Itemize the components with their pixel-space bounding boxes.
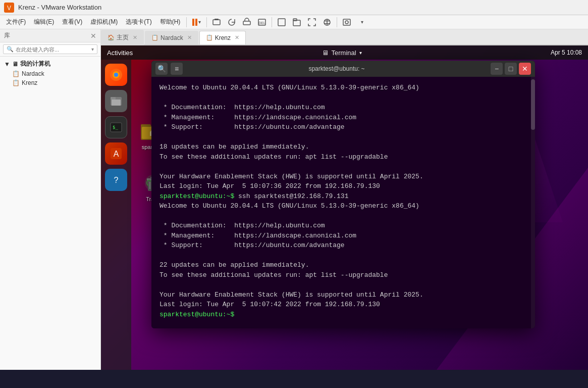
sidebar-header: 库 ✕ (0, 29, 100, 42)
activities-label[interactable]: Activities (107, 49, 133, 57)
ubuntu-topbar: Activities 🖥 Terminal ▾ Apr 5 10:08 (101, 45, 588, 60)
svg-text:V: V (7, 5, 11, 12)
terminal-line-blank2 (159, 132, 527, 142)
my-computer-label: 我的计算机 (20, 60, 50, 68)
app-icon: V (4, 3, 14, 13)
terminal-menu-label[interactable]: Terminal (332, 49, 356, 57)
terminal-line-hwe1: Your Hardware Enablement Stack (HWE) is … (159, 172, 527, 182)
sidebar: 库 ✕ 🔍 ▾ ▼ 🖥 我的计算机 📋 Nardack 📋 Krenz (0, 29, 101, 370)
dropdown-button[interactable]: ▾ (354, 15, 369, 29)
terminal-scrollbar-thumb (531, 79, 535, 130)
terminal-line-mgmt2: * Management: https://landscape.canonica… (159, 231, 527, 241)
tab-krenz[interactable]: 📋 Krenz ✕ (199, 31, 246, 44)
terminal-line-updates3: 22 updates can be applied immediately. (159, 260, 527, 270)
tab-nardack-label: Nardack (161, 34, 183, 41)
pause-button[interactable]: ▾ (189, 15, 204, 29)
computer-icon: 🖥 (12, 61, 18, 68)
settings-button[interactable] (339, 15, 354, 29)
menu-tabs[interactable]: 选项卡(T) (122, 17, 155, 27)
terminal-menu-button[interactable]: ≡ (171, 63, 183, 75)
menubar: 文件(F) 编辑(E) 查看(V) 虚拟机(M) 选项卡(T) 帮助(H) ▾ … (0, 15, 588, 29)
terminal-search-button[interactable]: 🔍 (155, 63, 168, 75)
terminal-minimize-button[interactable]: − (491, 63, 503, 75)
window-title: Krenz - VMware Workstation (18, 4, 101, 11)
clock: Apr 5 10:08 (551, 49, 582, 56)
nardack-label: Nardack (22, 70, 44, 77)
terminal-line-mgmt: * Management: https://landscape.canonica… (159, 113, 527, 123)
svg-rect-3 (215, 19, 219, 20)
terminal-close-button[interactable]: ✕ (519, 63, 531, 75)
vm-icon-2: 📋 (12, 79, 20, 86)
terminal-line-doc: * Documentation: https://help.ubuntu.com (159, 103, 527, 113)
svg-text:?: ? (114, 176, 119, 184)
revert-button[interactable] (224, 15, 239, 29)
menu-view[interactable]: 查看(V) (58, 17, 86, 27)
unity-button[interactable] (319, 15, 335, 29)
tab-nardack[interactable]: 📋 Nardack ✕ (145, 31, 198, 44)
terminal-line-blank3 (159, 162, 527, 172)
svg-rect-9 (293, 19, 297, 21)
separator3 (272, 17, 272, 27)
sidebar-item-krenz[interactable]: 📋 Krenz (0, 78, 100, 87)
search-dropdown-icon[interactable]: ▾ (91, 46, 94, 52)
terminal-maximize-button[interactable]: □ (505, 63, 517, 75)
svg-rect-7 (278, 19, 285, 26)
dock-files[interactable] (105, 90, 127, 112)
terminal-line-sup2: * Support: https://ubuntu.com/advantage (159, 240, 527, 251)
pause-dropdown-icon: ▾ (198, 19, 201, 25)
sidebar-search-box[interactable]: 🔍 ▾ (3, 44, 97, 54)
sidebar-close-button[interactable]: ✕ (90, 32, 96, 40)
svg-text:DEL: DEL (259, 21, 266, 25)
svg-text:$_: $_ (113, 125, 118, 130)
terminal-scrollbar[interactable] (531, 77, 535, 328)
search-icon: 🔍 (7, 46, 14, 53)
dock-terminal[interactable]: $_ (105, 116, 127, 138)
tab-home-close[interactable]: ✕ (133, 34, 137, 41)
dock-firefox[interactable] (105, 64, 127, 86)
svg-rect-4 (243, 21, 250, 25)
terminal-line-updates2: To see these additional updates run: apt… (159, 152, 527, 162)
tab-krenz-icon: 📋 (206, 34, 213, 41)
sidebar-title: 库 (4, 31, 10, 40)
send-ctrlaltdel-button[interactable]: DEL (254, 15, 270, 29)
menu-file[interactable]: 文件(F) (2, 17, 30, 27)
svg-rect-18 (111, 97, 116, 100)
terminal-body[interactable]: Welcome to Ubuntu 20.04.4 LTS (GNU/Linux… (151, 77, 535, 328)
snapshot-button[interactable] (209, 15, 224, 29)
terminal-line-hwe2: Your Hardware Enablement Stack (HWE) is … (159, 290, 527, 300)
terminal-line-login2: Last login: Tue Apr 5 10:07:42 2022 from… (159, 300, 527, 310)
terminal-line-sup: * Support: https://ubuntu.com/advantage (159, 122, 527, 132)
search-input[interactable] (16, 46, 91, 53)
dock-help[interactable]: ? (105, 169, 127, 191)
svg-point-16 (114, 73, 118, 77)
sidebar-tree: ▼ 🖥 我的计算机 📋 Nardack 📋 Krenz (0, 57, 100, 370)
terminal-line-blank6 (159, 280, 527, 290)
fullscreen-button[interactable] (304, 15, 319, 29)
tab-krenz-close[interactable]: ✕ (235, 34, 239, 41)
normal-view-button[interactable] (274, 15, 289, 29)
terminal-line-login1: Last login: Tue Apr 5 10:07:36 2022 from… (159, 181, 527, 191)
terminal-dropdown-icon[interactable]: ▾ (359, 50, 362, 56)
menu-vm[interactable]: 虚拟机(M) (86, 17, 122, 27)
terminal-line-blank5 (159, 251, 527, 261)
svg-point-13 (345, 21, 348, 24)
titlebar: V Krenz - VMware Workstation (0, 0, 588, 15)
vm-icon: 📋 (12, 70, 20, 77)
menu-help[interactable]: 帮助(H) (156, 17, 185, 27)
vm-display[interactable]: Activities 🖥 Terminal ▾ Apr 5 10:08 (101, 45, 588, 370)
sidebar-tree-root[interactable]: ▼ 🖥 我的计算机 (0, 59, 100, 69)
terminal-line-2: Welcome to Ubuntu 20.04.4 LTS (GNU/Linux… (159, 201, 527, 211)
tab-home[interactable]: 🏠 主页 ✕ (101, 30, 144, 45)
dock-appstore[interactable]: A (105, 142, 127, 165)
suspend-button[interactable] (239, 15, 254, 29)
terminal-titlebar: 🔍 ≡ sparktest@ubuntu: ~ − □ ✕ (151, 61, 535, 77)
terminal-prompt-1: sparktest@ubuntu:~$ (159, 192, 234, 200)
separator (186, 17, 187, 27)
tab-nardack-icon: 📋 (151, 34, 158, 41)
tab-nardack-close[interactable]: ✕ (187, 34, 192, 41)
terminal-line-doc2: * Documentation: https://help.ubuntu.com (159, 221, 527, 231)
sidebar-item-nardack[interactable]: 📋 Nardack (0, 69, 100, 78)
menu-edit[interactable]: 编辑(E) (30, 17, 58, 27)
ubuntu-dock: $_ A ? (101, 60, 131, 370)
single-tab-button[interactable] (289, 15, 304, 29)
